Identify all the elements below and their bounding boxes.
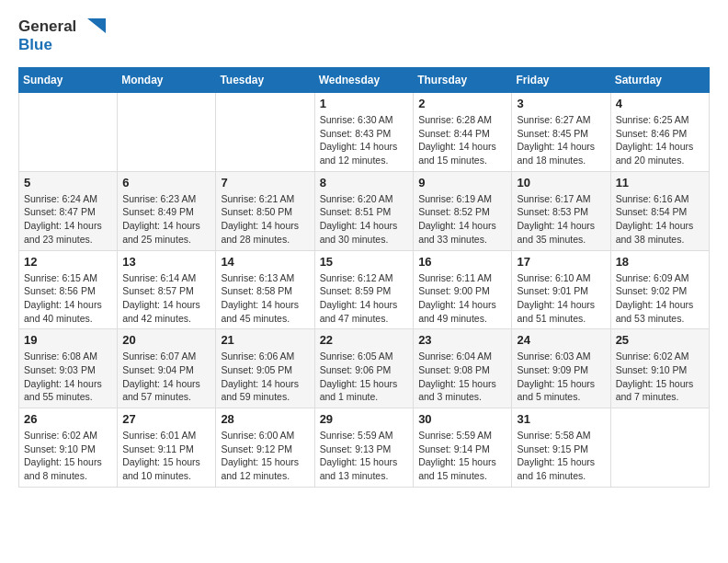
calendar-empty-cell	[610, 408, 709, 488]
day-number: 21	[221, 333, 309, 347]
calendar-week-row: 5Sunrise: 6:24 AMSunset: 8:47 PMDaylight…	[19, 171, 710, 250]
weekday-header-wednesday: Wednesday	[314, 68, 414, 93]
day-number: 17	[517, 255, 605, 269]
calendar-day-16: 16Sunrise: 6:11 AMSunset: 9:00 PMDayligh…	[414, 250, 512, 329]
weekday-header-monday: Monday	[118, 68, 216, 93]
logo: GeneralBlue	[18, 15, 119, 56]
calendar-day-9: 9Sunrise: 6:19 AMSunset: 8:52 PMDaylight…	[414, 171, 512, 250]
day-info: Sunrise: 6:05 AMSunset: 9:06 PMDaylight:…	[320, 350, 409, 404]
day-info: Sunrise: 6:25 AMSunset: 8:46 PMDaylight:…	[616, 113, 704, 167]
day-number: 3	[517, 97, 605, 110]
weekday-header-saturday: Saturday	[610, 68, 709, 93]
day-info: Sunrise: 6:00 AMSunset: 9:12 PMDaylight:…	[221, 429, 309, 483]
day-number: 11	[616, 176, 704, 190]
calendar-day-29: 29Sunrise: 5:59 AMSunset: 9:13 PMDayligh…	[314, 408, 414, 488]
day-info: Sunrise: 6:20 AMSunset: 8:51 PMDaylight:…	[320, 192, 409, 247]
calendar-day-5: 5Sunrise: 6:24 AMSunset: 8:47 PMDaylight…	[19, 171, 118, 250]
calendar-day-1: 1Sunrise: 6:30 AMSunset: 8:43 PMDaylight…	[314, 93, 414, 172]
calendar-empty-cell	[216, 93, 314, 172]
day-number: 1	[320, 97, 409, 110]
calendar-week-row: 26Sunrise: 6:02 AMSunset: 9:10 PMDayligh…	[19, 408, 710, 488]
svg-marker-1	[87, 18, 106, 33]
day-info: Sunrise: 6:19 AMSunset: 8:52 PMDaylight:…	[418, 192, 506, 247]
day-number: 2	[418, 97, 506, 110]
calendar-day-7: 7Sunrise: 6:21 AMSunset: 8:50 PMDaylight…	[216, 171, 314, 250]
day-number: 5	[24, 176, 112, 190]
weekday-header-friday: Friday	[512, 68, 610, 93]
day-number: 28	[221, 412, 309, 426]
day-number: 18	[616, 255, 704, 269]
day-number: 23	[418, 333, 506, 347]
calendar-day-26: 26Sunrise: 6:02 AMSunset: 9:10 PMDayligh…	[19, 408, 118, 488]
day-number: 29	[320, 412, 409, 426]
calendar-day-21: 21Sunrise: 6:06 AMSunset: 9:05 PMDayligh…	[216, 329, 314, 408]
calendar-day-6: 6Sunrise: 6:23 AMSunset: 8:49 PMDaylight…	[118, 171, 216, 250]
day-info: Sunrise: 6:03 AMSunset: 9:09 PMDaylight:…	[517, 350, 605, 404]
calendar-day-25: 25Sunrise: 6:02 AMSunset: 9:10 PMDayligh…	[610, 329, 709, 408]
day-number: 9	[418, 176, 506, 190]
calendar-week-row: 1Sunrise: 6:30 AMSunset: 8:43 PMDaylight…	[19, 93, 710, 172]
calendar-empty-cell	[19, 93, 118, 172]
calendar-day-18: 18Sunrise: 6:09 AMSunset: 9:02 PMDayligh…	[610, 250, 709, 329]
calendar-day-3: 3Sunrise: 6:27 AMSunset: 8:45 PMDaylight…	[512, 93, 610, 172]
day-number: 15	[320, 255, 409, 269]
day-info: Sunrise: 5:58 AMSunset: 9:15 PMDaylight:…	[517, 429, 605, 483]
calendar-day-2: 2Sunrise: 6:28 AMSunset: 8:44 PMDaylight…	[414, 93, 512, 172]
calendar-day-13: 13Sunrise: 6:14 AMSunset: 8:57 PMDayligh…	[118, 250, 216, 329]
day-number: 31	[517, 412, 605, 426]
svg-text:General: General	[18, 17, 76, 35]
day-info: Sunrise: 6:14 AMSunset: 8:57 PMDaylight:…	[122, 271, 210, 326]
calendar-day-19: 19Sunrise: 6:08 AMSunset: 9:03 PMDayligh…	[19, 329, 118, 408]
day-info: Sunrise: 6:11 AMSunset: 9:00 PMDaylight:…	[418, 271, 506, 326]
calendar-day-15: 15Sunrise: 6:12 AMSunset: 8:59 PMDayligh…	[314, 250, 414, 329]
calendar-day-11: 11Sunrise: 6:16 AMSunset: 8:54 PMDayligh…	[610, 171, 709, 250]
calendar-day-10: 10Sunrise: 6:17 AMSunset: 8:53 PMDayligh…	[512, 171, 610, 250]
calendar-day-31: 31Sunrise: 5:58 AMSunset: 9:15 PMDayligh…	[512, 408, 610, 488]
calendar-table: SundayMondayTuesdayWednesdayThursdayFrid…	[18, 67, 710, 488]
day-number: 25	[616, 333, 704, 347]
day-info: Sunrise: 6:13 AMSunset: 8:58 PMDaylight:…	[221, 271, 309, 326]
calendar-week-row: 19Sunrise: 6:08 AMSunset: 9:03 PMDayligh…	[19, 329, 710, 408]
day-number: 13	[122, 255, 210, 269]
day-info: Sunrise: 6:21 AMSunset: 8:50 PMDaylight:…	[221, 192, 309, 247]
day-number: 27	[122, 412, 210, 426]
calendar-day-17: 17Sunrise: 6:10 AMSunset: 9:01 PMDayligh…	[512, 250, 610, 329]
day-info: Sunrise: 5:59 AMSunset: 9:13 PMDaylight:…	[320, 429, 409, 483]
calendar-day-12: 12Sunrise: 6:15 AMSunset: 8:56 PMDayligh…	[19, 250, 118, 329]
day-number: 6	[122, 176, 210, 190]
day-number: 24	[517, 333, 605, 347]
day-info: Sunrise: 6:04 AMSunset: 9:08 PMDaylight:…	[418, 350, 506, 404]
day-info: Sunrise: 6:02 AMSunset: 9:10 PMDaylight:…	[616, 350, 704, 404]
day-info: Sunrise: 6:23 AMSunset: 8:49 PMDaylight:…	[122, 192, 210, 247]
day-number: 10	[517, 176, 605, 190]
day-info: Sunrise: 6:30 AMSunset: 8:43 PMDaylight:…	[320, 113, 409, 167]
weekday-header-sunday: Sunday	[19, 68, 118, 93]
day-number: 19	[24, 333, 112, 347]
day-info: Sunrise: 6:27 AMSunset: 8:45 PMDaylight:…	[517, 113, 605, 167]
day-info: Sunrise: 6:17 AMSunset: 8:53 PMDaylight:…	[517, 192, 605, 247]
day-number: 7	[221, 176, 309, 190]
calendar-day-28: 28Sunrise: 6:00 AMSunset: 9:12 PMDayligh…	[216, 408, 314, 488]
calendar-day-8: 8Sunrise: 6:20 AMSunset: 8:51 PMDaylight…	[314, 171, 414, 250]
day-info: Sunrise: 6:01 AMSunset: 9:11 PMDaylight:…	[122, 429, 210, 483]
calendar-day-24: 24Sunrise: 6:03 AMSunset: 9:09 PMDayligh…	[512, 329, 610, 408]
day-number: 14	[221, 255, 309, 269]
day-number: 8	[320, 176, 409, 190]
day-info: Sunrise: 6:10 AMSunset: 9:01 PMDaylight:…	[517, 271, 605, 326]
svg-text:Blue: Blue	[18, 36, 52, 53]
calendar-week-row: 12Sunrise: 6:15 AMSunset: 8:56 PMDayligh…	[19, 250, 710, 329]
calendar-day-14: 14Sunrise: 6:13 AMSunset: 8:58 PMDayligh…	[216, 250, 314, 329]
day-info: Sunrise: 6:07 AMSunset: 9:04 PMDaylight:…	[122, 350, 210, 404]
day-number: 16	[418, 255, 506, 269]
day-number: 30	[418, 412, 506, 426]
calendar-day-27: 27Sunrise: 6:01 AMSunset: 9:11 PMDayligh…	[118, 408, 216, 488]
day-info: Sunrise: 5:59 AMSunset: 9:14 PMDaylight:…	[418, 429, 506, 483]
day-info: Sunrise: 6:12 AMSunset: 8:59 PMDaylight:…	[320, 271, 409, 326]
day-number: 12	[24, 255, 112, 269]
day-info: Sunrise: 6:02 AMSunset: 9:10 PMDaylight:…	[24, 429, 112, 483]
day-info: Sunrise: 6:06 AMSunset: 9:05 PMDaylight:…	[221, 350, 309, 404]
calendar-day-4: 4Sunrise: 6:25 AMSunset: 8:46 PMDaylight…	[610, 93, 709, 172]
day-number: 22	[320, 333, 409, 347]
calendar-empty-cell	[118, 93, 216, 172]
day-number: 20	[122, 333, 210, 347]
